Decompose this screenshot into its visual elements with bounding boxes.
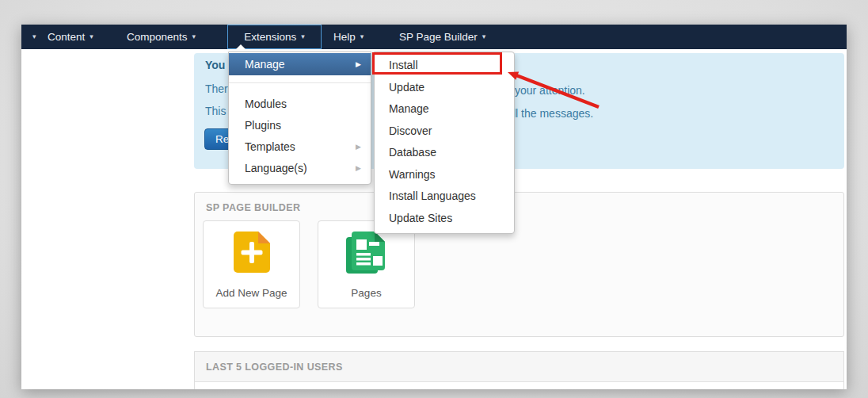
manage-submenu: Install Update Manage Discover Database … [374, 52, 515, 234]
card-label: Pages [318, 287, 414, 299]
menu-item-label: Manage [389, 102, 429, 115]
menu-divider [229, 82, 371, 83]
menubar-item-sp-page-builder[interactable]: SP Page Builder▾ [399, 25, 485, 49]
submenu-arrow-icon: ▶ [356, 136, 361, 158]
menu-item-install-languages[interactable]: Install Languages [375, 186, 514, 208]
panel-title: SP PAGE BUILDER [206, 202, 300, 213]
menubar-item-label: Help [333, 31, 356, 43]
menu-item-manage[interactable]: Manage [375, 98, 514, 121]
chevron-down-icon: ▾ [89, 33, 93, 40]
menu-item-label: Install Languages [389, 189, 476, 202]
menubar-item-truncated[interactable]: ▾ [28, 25, 36, 49]
panel-title: LAST 5 LOGGED-IN USERS [206, 362, 343, 373]
menu-item-warnings[interactable]: Warnings [375, 164, 514, 186]
alert-line1-fragment: your attention. [515, 84, 585, 97]
menubar-item-help[interactable]: Help▾ [333, 25, 364, 49]
menu-item-languages[interactable]: Language(s) ▶ [229, 158, 371, 179]
submenu-arrow-icon: ▶ [356, 53, 361, 75]
menu-item-label: Plugins [245, 119, 281, 132]
menu-item-label: Update Sites [389, 212, 452, 224]
add-new-page-icon [234, 232, 270, 273]
menu-item-label: Templates [245, 140, 295, 153]
admin-page: ▾ Content▾ Components▾ Extensions▾ Help▾… [21, 25, 847, 389]
menubar-item-label: Extensions [244, 31, 296, 43]
menubar-item-label: Components [127, 31, 188, 43]
menu-item-label: Discover [389, 124, 432, 137]
extensions-dropdown-menu: Manage ▶ Modules Plugins Templates ▶ Lan… [228, 52, 371, 185]
menu-item-templates[interactable]: Templates ▶ [229, 136, 371, 158]
chevron-down-icon: ▾ [482, 33, 486, 40]
menubar-item-label: Content [48, 31, 85, 43]
menu-item-label: Update [389, 81, 424, 94]
last-logged-in-users-panel: LAST 5 LOGGED-IN USERS [194, 351, 844, 389]
menu-item-discover[interactable]: Discover [375, 121, 514, 143]
menu-item-label: Install [389, 59, 418, 71]
alert-line2-fragment: This [205, 105, 226, 117]
menu-item-database[interactable]: Database [375, 142, 514, 164]
menubar-item-content[interactable]: Content▾ [48, 25, 93, 49]
alert-heading-fragment: You [205, 59, 225, 71]
admin-menubar: ▾ Content▾ Components▾ Extensions▾ Help▾… [21, 25, 847, 49]
alert-line2-fragment: ll the messages. [513, 107, 593, 120]
menubar-item-components[interactable]: Components▾ [127, 25, 196, 49]
submenu-arrow-icon: ▶ [356, 158, 361, 179]
menu-item-label: Warnings [389, 168, 436, 181]
chevron-down-icon: ▾ [32, 33, 36, 40]
menu-item-update[interactable]: Update [375, 77, 514, 99]
chevron-down-icon: ▾ [301, 33, 305, 40]
menu-item-manage[interactable]: Manage ▶ [229, 53, 371, 75]
chevron-down-icon: ▾ [360, 33, 364, 40]
menu-item-update-sites[interactable]: Update Sites [375, 208, 514, 230]
panel-header: LAST 5 LOGGED-IN USERS [195, 352, 843, 382]
sp-page-builder-panel: SP PAGE BUILDER Add New Page [194, 192, 844, 337]
menu-item-label: Language(s) [245, 162, 307, 174]
pages-icon [346, 232, 387, 274]
chevron-down-icon: ▾ [192, 33, 196, 40]
card-label: Add New Page [204, 287, 299, 299]
menu-item-install[interactable]: Install [375, 55, 514, 77]
menu-item-label: Database [389, 146, 436, 159]
menubar-item-label: SP Page Builder [399, 31, 478, 43]
menu-item-label: Modules [245, 98, 287, 110]
dropdown-connector-caret [236, 44, 246, 49]
menu-item-label: Manage [245, 58, 285, 71]
menu-item-modules[interactable]: Modules [229, 94, 371, 115]
menu-item-plugins[interactable]: Plugins [229, 115, 371, 136]
alert-line1-fragment: Ther [205, 82, 228, 95]
add-new-page-card[interactable]: Add New Page [203, 220, 300, 308]
